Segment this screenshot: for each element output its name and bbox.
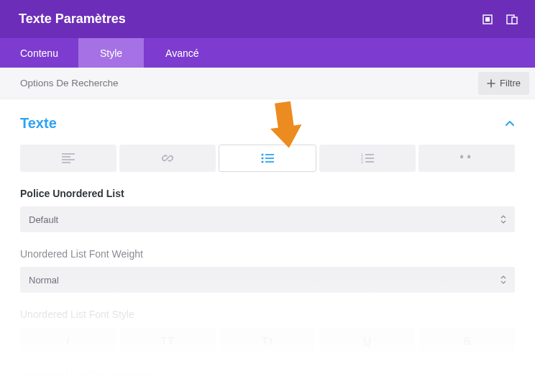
select-caret-icon <box>500 275 506 284</box>
text-type-segments: 1 2 3 <box>20 145 515 172</box>
responsive-icon[interactable] <box>506 14 518 25</box>
fontstyle-label: Unordered List Font Style <box>20 309 515 320</box>
svg-rect-3 <box>512 17 517 24</box>
tab-advanced[interactable]: Avancé <box>144 38 220 68</box>
weight-label: Unordered List Font Weight <box>20 248 515 260</box>
svg-point-4 <box>261 153 263 155</box>
style-italic[interactable]: I <box>20 327 116 353</box>
svg-point-6 <box>261 160 263 163</box>
seg-blockquote[interactable] <box>419 145 515 172</box>
quote-icon <box>459 152 474 164</box>
ordered-list-icon: 1 2 3 <box>361 153 374 163</box>
search-options-label: Options De Recherche <box>20 78 119 88</box>
unordered-list-icon <box>261 153 274 163</box>
plus-icon <box>487 79 495 88</box>
filter-button[interactable]: Filtre <box>478 72 529 95</box>
settings-panel: Texte <box>0 99 535 380</box>
font-select[interactable]: Default <box>20 206 515 232</box>
font-style-buttons: I TT Tт U S <box>20 327 515 353</box>
font-value: Default <box>29 214 58 225</box>
weight-value: Normal <box>29 275 59 286</box>
align-left-icon <box>62 153 75 163</box>
chevron-up-icon[interactable] <box>505 119 515 129</box>
tab-bar: Contenu Style Avancé <box>0 38 535 68</box>
expand-icon[interactable] <box>482 14 493 25</box>
style-uppercase[interactable]: TT <box>120 327 216 353</box>
seg-link[interactable] <box>119 145 216 172</box>
section-title: Texte <box>20 115 57 132</box>
alignment-label: Unordered List Text Alignment <box>20 369 515 380</box>
filter-label: Filtre <box>500 78 521 88</box>
seg-unordered-list[interactable] <box>219 145 316 172</box>
weight-select[interactable]: Normal <box>20 267 515 293</box>
seg-ordered-list[interactable]: 1 2 3 <box>319 145 416 172</box>
window-title: Texte Paramètres <box>19 12 126 27</box>
header-actions <box>482 14 518 25</box>
seg-paragraph[interactable] <box>20 145 116 172</box>
font-label: Police Unordered List <box>20 188 515 199</box>
section-header[interactable]: Texte <box>20 115 515 132</box>
select-caret-icon <box>500 215 506 224</box>
style-strike[interactable]: S <box>419 327 515 353</box>
style-underline[interactable]: U <box>319 327 415 353</box>
tab-style[interactable]: Style <box>78 38 144 68</box>
header-bar: Texte Paramètres <box>0 0 535 38</box>
search-options-row: Options De Recherche Filtre <box>0 68 535 99</box>
link-icon <box>161 152 174 165</box>
svg-point-5 <box>261 157 263 159</box>
tab-content[interactable]: Contenu <box>0 38 78 68</box>
svg-text:3: 3 <box>361 160 363 163</box>
style-smallcaps[interactable]: Tт <box>220 327 316 353</box>
svg-rect-1 <box>485 17 490 22</box>
